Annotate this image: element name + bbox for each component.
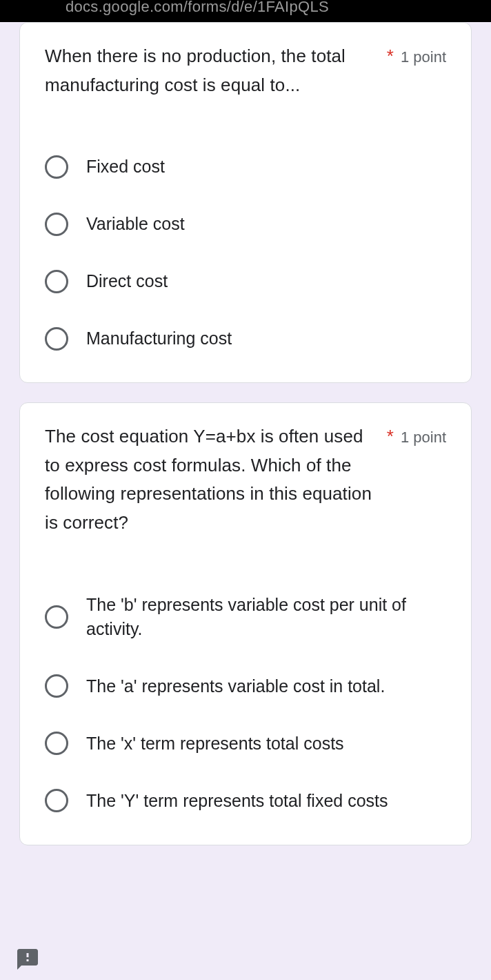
radio-icon <box>45 732 68 755</box>
radio-option[interactable]: The 'a' represents variable cost in tota… <box>45 667 446 705</box>
question-meta: * 1 point <box>387 422 446 452</box>
report-problem-button[interactable] <box>12 944 43 974</box>
options-group: Fixed cost Variable cost Direct cost Man… <box>45 148 446 357</box>
radio-icon <box>45 789 68 812</box>
form-page: When there is no production, the total m… <box>0 22 491 884</box>
radio-option[interactable]: The 'b' represents variable cost per uni… <box>45 586 446 648</box>
radio-icon <box>45 155 68 179</box>
radio-option[interactable]: Manufacturing cost <box>45 320 446 357</box>
question-card: The cost equation Y=a+bx is often used t… <box>19 402 472 845</box>
required-asterisk: * <box>387 42 394 71</box>
option-label: The 'x' term represents total costs <box>86 732 344 756</box>
radio-icon <box>45 213 68 236</box>
radio-option[interactable]: The 'Y' term represents total fixed cost… <box>45 782 446 820</box>
radio-option[interactable]: Direct cost <box>45 262 446 300</box>
option-label: Variable cost <box>86 212 185 236</box>
options-group: The 'b' represents variable cost per uni… <box>45 586 446 820</box>
radio-option[interactable]: Fixed cost <box>45 148 446 186</box>
points-label: 1 point <box>401 43 446 72</box>
option-label: The 'b' represents variable cost per uni… <box>86 593 446 641</box>
radio-option[interactable]: The 'x' term represents total costs <box>45 725 446 763</box>
question-title: When there is no production, the total m… <box>45 42 376 99</box>
question-meta: * 1 point <box>387 42 446 72</box>
required-asterisk: * <box>387 422 394 451</box>
question-card: When there is no production, the total m… <box>19 22 472 383</box>
question-text: When there is no production, the total m… <box>45 46 345 95</box>
points-label: 1 point <box>401 423 446 452</box>
radio-option[interactable]: Variable cost <box>45 205 446 243</box>
option-label: Direct cost <box>86 269 168 293</box>
question-header: When there is no production, the total m… <box>45 42 446 99</box>
url-text: docs.google.com/forms/d/e/1FAIpQLS <box>66 0 329 15</box>
question-title: The cost equation Y=a+bx is often used t… <box>45 422 376 537</box>
option-label: The 'Y' term represents total fixed cost… <box>86 789 388 813</box>
radio-icon <box>45 605 68 629</box>
url-bar[interactable]: docs.google.com/forms/d/e/1FAIpQLS <box>0 0 491 22</box>
report-icon <box>15 947 40 972</box>
question-text: The cost equation Y=a+bx is often used t… <box>45 426 372 533</box>
option-label: Manufacturing cost <box>86 326 232 351</box>
question-header: The cost equation Y=a+bx is often used t… <box>45 422 446 537</box>
option-label: The 'a' represents variable cost in tota… <box>86 674 385 698</box>
radio-icon <box>45 327 68 351</box>
radio-icon <box>45 674 68 698</box>
radio-icon <box>45 270 68 293</box>
option-label: Fixed cost <box>86 155 165 179</box>
